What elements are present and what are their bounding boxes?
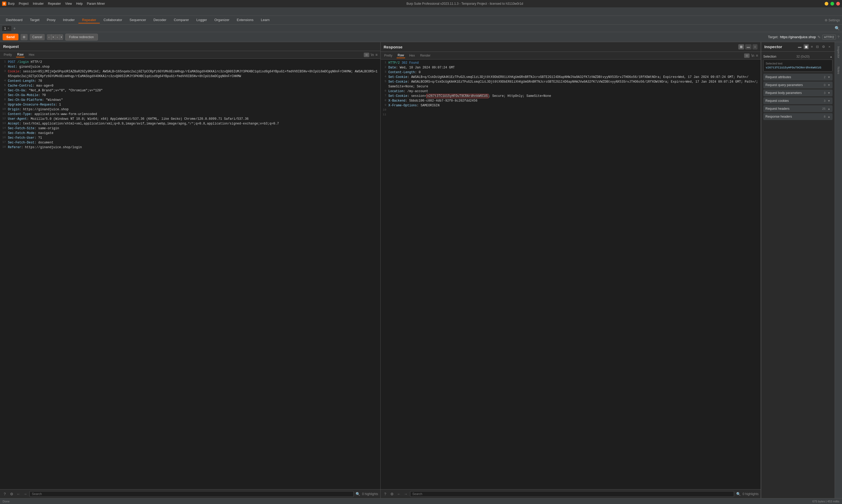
request-settings-icon[interactable]: ⚙ — [9, 492, 14, 496]
title-menu-item-view[interactable]: View — [65, 2, 72, 5]
inspector-section-header-0[interactable]: Request attributes 2 ▼ — [763, 74, 832, 80]
response-view-stacked-icon[interactable]: ≡ — [753, 44, 757, 50]
response-line-9: 9X-Frame-Options: SAMEORIGIN — [381, 103, 761, 108]
nav-tab-comparer[interactable]: Comparer — [170, 17, 193, 23]
response-view-single-icon[interactable]: ▬ — [745, 44, 751, 50]
send-options-button[interactable]: ⚙ — [20, 34, 28, 40]
response-settings-icon[interactable]: ⚙ — [390, 492, 395, 496]
nav-tab-sequencer[interactable]: Sequencer — [126, 17, 150, 23]
cancel-button[interactable]: Cancel — [30, 34, 45, 40]
nav-tab-target[interactable]: Target — [26, 17, 43, 23]
inspector-sort-icon[interactable]: ≡ — [810, 44, 814, 49]
response-tab-raw[interactable]: Raw — [397, 53, 405, 58]
side-tab-inspector[interactable]: Inspector — [836, 43, 841, 61]
inspector-section-header-1[interactable]: Request query parameters 0 ▼ — [763, 82, 832, 88]
line-number: 16 — [0, 136, 8, 140]
title-menu-item-project[interactable]: Project — [19, 2, 29, 5]
response-tab-render[interactable]: Render — [419, 53, 431, 58]
request-wrap-icon[interactable]: \n — [371, 53, 374, 57]
inspector-section-arrow-icon[interactable]: ▼ — [827, 75, 830, 79]
response-help-icon[interactable]: ? — [383, 492, 388, 496]
title-menu-item-burp[interactable]: Burp — [8, 2, 15, 5]
inspector-section-arrow-icon[interactable]: ▼ — [827, 99, 830, 102]
send-button[interactable]: Send — [3, 34, 18, 40]
response-view-split-icon[interactable]: ⊞ — [738, 44, 744, 50]
response-menu-icon[interactable]: ≡ — [756, 53, 758, 58]
nav-tab-organizer[interactable]: Organizer — [211, 17, 233, 23]
follow-redirection-button[interactable]: Follow redirection — [65, 34, 98, 40]
inspector-section-header-4[interactable]: Request headers 25 ▲ — [763, 105, 832, 112]
nav-tab-learn[interactable]: Learn — [257, 17, 273, 23]
response-code-area[interactable]: 1HTTP/2 302 Found2Date: Wed, 10 Jan 2024… — [381, 59, 761, 489]
request-code-area[interactable]: 1POST /login HTTP/22Host: ginandjuice.sh… — [0, 59, 380, 489]
edit-target-icon[interactable]: ✎ — [818, 35, 821, 39]
line-content: HTTP/2 302 Found — [389, 60, 761, 65]
tab-search-icon[interactable]: 🔍 — [835, 26, 840, 31]
selection-arrow-icon[interactable]: ▲ — [830, 55, 832, 58]
maximize-button[interactable] — [830, 2, 834, 5]
inspector-detail-icon[interactable]: ▣ — [804, 44, 809, 49]
nav-forward-dropdown[interactable]: ▾ — [59, 34, 63, 40]
tab-close-icon[interactable]: × — [7, 27, 9, 30]
inspector-section-arrow-icon[interactable]: ▼ — [827, 84, 830, 87]
title-menu-item-help[interactable]: Help — [76, 2, 83, 5]
response-search-input[interactable] — [410, 491, 734, 497]
inspector-section-1[interactable]: Request query parameters 0 ▼ — [763, 82, 832, 88]
inspector-close-icon[interactable]: × — [827, 44, 831, 49]
inspector-section-3[interactable]: Request cookies 3 ▼ — [763, 97, 832, 104]
inspector-section-0[interactable]: Request attributes 2 ▼ — [763, 74, 832, 80]
inspector-section-header-5[interactable]: Response headers 8 ▲ — [763, 113, 832, 120]
nav-tab-decoder[interactable]: Decoder — [150, 17, 170, 23]
request-search-input[interactable] — [30, 491, 354, 497]
nav-tab-dashboard[interactable]: Dashboard — [2, 17, 26, 23]
request-help-icon[interactable]: ? — [2, 492, 7, 496]
inspector-section-4[interactable]: Request headers 25 ▲ — [763, 105, 832, 112]
request-forward-icon[interactable]: → — [23, 492, 28, 496]
request-tab-hex[interactable]: Hex — [28, 52, 35, 57]
settings-button[interactable]: ⚙ Settings — [825, 18, 840, 22]
nav-tab-logger[interactable]: Logger — [193, 17, 211, 23]
request-tab-pretty[interactable]: Pretty — [3, 52, 13, 57]
nav-back-dropdown[interactable]: ▾ — [51, 34, 55, 40]
nav-tab-collaborator[interactable]: Collaborator — [100, 17, 126, 23]
nav-tab-intruder[interactable]: Intruder — [59, 17, 78, 23]
repeater-tab-1[interactable]: 1 × — [2, 26, 11, 31]
help-icon[interactable]: ? — [838, 35, 839, 39]
inspector-list-icon[interactable]: ▬ — [797, 44, 803, 49]
title-menu-item-repeater[interactable]: Repeater — [48, 2, 61, 5]
nav-forward-button[interactable]: › — [55, 34, 59, 40]
inspector-section-arrow-icon[interactable]: ▲ — [827, 107, 830, 110]
nav-back-button[interactable]: ‹ — [47, 34, 51, 40]
protocol-badge[interactable]: HTTP/2 — [822, 35, 836, 39]
response-search-icon[interactable]: 🔍 — [736, 492, 741, 496]
title-menu-item-intruder[interactable]: Intruder — [33, 2, 44, 5]
inspector-section-2[interactable]: Request body parameters 3 ▼ — [763, 89, 832, 96]
inspector-section-5[interactable]: Response headers 8 ▲ — [763, 113, 832, 120]
response-tab-hex[interactable]: Hex — [408, 53, 416, 58]
request-tab-raw[interactable]: Raw — [16, 52, 24, 57]
request-search-icon[interactable]: 🔍 — [355, 492, 361, 496]
add-tab-button[interactable]: + — [12, 26, 17, 31]
close-button[interactable] — [836, 2, 840, 5]
nav-tab-proxy[interactable]: Proxy — [43, 17, 59, 23]
response-prettify-icon[interactable]: ⊞ — [744, 53, 750, 58]
side-tab-notes[interactable]: Notes — [836, 64, 841, 77]
inspector-settings-icon[interactable]: ⚙ — [821, 44, 826, 49]
response-forward-icon[interactable]: → — [403, 492, 409, 496]
request-prettify-icon[interactable]: ⊞ — [364, 53, 369, 57]
title-menu-item-param miner[interactable]: Param Miner — [87, 2, 105, 5]
inspector-section-arrow-icon[interactable]: ▼ — [827, 91, 830, 94]
response-tab-pretty[interactable]: Pretty — [383, 53, 394, 58]
response-wrap-icon[interactable]: \n — [751, 53, 754, 58]
nav-tab-extensions[interactable]: Extensions — [233, 17, 257, 23]
request-menu-icon[interactable]: ≡ — [375, 53, 377, 57]
inspector-filter-icon[interactable]: ⊟ — [815, 44, 820, 49]
inspector-section-header-3[interactable]: Request cookies 3 ▼ — [763, 97, 832, 104]
minimize-button[interactable] — [825, 2, 828, 5]
response-back-icon[interactable]: ← — [396, 492, 402, 496]
nav-tab-repeater[interactable]: Repeater — [78, 17, 100, 23]
inspector-section-arrow-icon[interactable]: ▲ — [827, 115, 830, 118]
request-back-icon[interactable]: ← — [16, 492, 21, 496]
inspector-section-header-2[interactable]: Request body parameters 3 ▼ — [763, 89, 832, 96]
main-content: Request Pretty Raw Hex ⊞ \n ≡ 1POST /log… — [0, 42, 842, 498]
